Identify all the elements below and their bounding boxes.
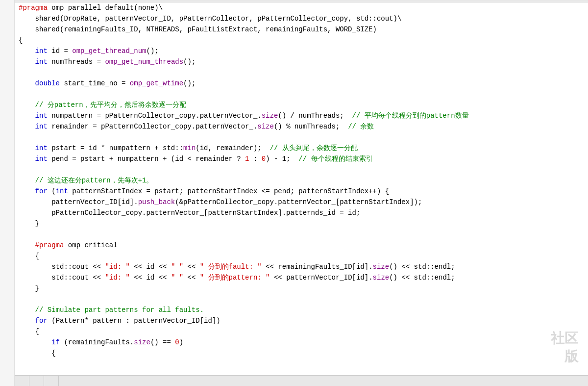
code-segment [19,121,35,132]
bottom-bar [15,375,588,386]
code-segment: ) [179,337,183,348]
code-segment: "id: " [105,272,129,283]
code-area[interactable]: #pragma omp parallel default(none)\ shar… [15,0,588,386]
code-segment: size [262,110,278,121]
code-line [15,229,588,240]
code-segment: << remainingFaults_ID[id]. [262,261,373,272]
code-segment: omp_get_wtime [130,78,183,89]
code-line: std::cout << "id: " << id << " " << " 分到… [15,261,588,272]
code-line [15,67,588,78]
code-segment: (); [183,56,196,67]
code-segment [19,186,35,197]
code-line: #pragma omp critical [15,240,588,251]
code-segment: std::cout << [19,272,105,283]
code-line: // Simulate part patterns for all faults… [15,305,588,315]
code-segment: // 分pattern，先平均分，然后将余数逐一分配 [35,100,186,110]
code-line: std::cout << "id: " << id << " " << " 分到… [15,272,588,283]
code-segment [19,143,35,154]
code-segment: min [183,143,196,154]
code-segment: . [257,110,261,121]
code-segment: patternStartIndex = pstart; patternStart… [68,186,389,197]
code-segment: (); [146,46,158,56]
code-segment [19,56,35,67]
code-segment: } [19,218,39,229]
code-segment: pPatternCollector_copy.patternVector_[pa… [19,207,360,218]
code-segment: size [134,337,150,348]
code-segment: (id, remainder); [196,143,270,154]
code-line: { [15,251,588,261]
code-segment: omp parallel default(none)\ [48,2,163,13]
code-segment: numThreads = [48,56,105,67]
code-segment: } [19,283,39,294]
code-line: { [15,348,588,359]
code-segment: if [51,337,60,348]
code-segment: (); [183,78,196,89]
code-segment: remainder = pPatternCollector_copy. [48,121,196,132]
code-segment: // 从头到尾，余数逐一分配 [270,143,358,154]
code-segment [19,154,35,164]
code-segment: 0 [175,337,179,348]
code-line: } [15,218,588,229]
code-line: int pend = pstart + numpattern + (id < r… [15,154,588,164]
code-segment: () == [150,337,175,348]
code-line: patternVector_ID[id].push_back(&pPattern… [15,197,588,207]
code-line: for (int patternStartIndex = pstart; pat… [15,186,588,197]
code-segment: // Simulate part patterns for all faults… [35,305,204,315]
code-segment: () << std::endl; [389,261,455,272]
code-segment: size [373,261,390,272]
code-segment: << id << [130,272,171,283]
code-line: #pragma omp parallel default(none)\ [15,2,588,13]
code-segment: << [183,272,200,283]
code-segment: shared(remainingFaults_ID, NTHREADS, pFa… [19,24,377,35]
code-segment: start_time_no = [60,78,130,89]
code-segment: omp critical [64,240,117,251]
code-segment: () / numThreads; [278,110,352,121]
code-segment: int [56,186,68,197]
code-segment: pstart = id * numpattern + std:: [48,143,183,154]
code-segment: // 这边还在分pattern，先每次+1。 [35,175,153,186]
editor-container: #pragma omp parallel default(none)\ shar… [0,0,588,386]
code-line: // 分pattern，先平均分，然后将余数逐一分配 [15,100,588,110]
code-segment: push_back [138,197,175,207]
code-segment: " 分到的pattern: " [200,272,270,283]
code-segment [19,337,51,348]
code-line [15,132,588,143]
code-segment: { [19,348,56,359]
code-segment: shared(DropRate, patternVector_ID, pPatt… [19,13,401,24]
code-line: if (remainingFaults.size() == 0) [15,337,588,348]
code-segment: id = [48,46,72,56]
code-segment: int [35,121,48,132]
code-segment [19,315,35,326]
code-segment: (remainingFaults. [60,337,134,348]
code-line: double start_time_no = omp_get_wtime(); [15,78,588,89]
code-segment [19,46,35,56]
code-segment: " " [171,261,183,272]
code-segment: #pragma [35,240,64,251]
code-segment: int [35,56,48,67]
code-segment: for [35,315,48,326]
code-segment: patternVector_ [196,121,253,132]
code-line: for (Pattern* pattern : patternVector_ID… [15,315,588,326]
code-segment: 1 [245,154,249,164]
code-segment: patternVector_ID[id]. [19,197,138,207]
code-segment: << [183,261,200,272]
code-segment: pend = pstart + numpattern + (id < remai… [48,154,245,164]
code-line: // 这边还在分pattern，先每次+1。 [15,175,588,186]
code-segment: int [35,110,48,121]
code-segment: ( [48,186,56,197]
code-segment: double [35,78,60,89]
code-segment [19,305,35,315]
code-segment: ) - 1; [266,154,298,164]
code-line: { [15,326,588,337]
code-line: shared(remainingFaults_ID, NTHREADS, pFa… [15,24,588,35]
code-segment: numpattern = pPatternCollector_copy. [48,110,200,121]
code-segment: size [373,272,390,283]
code-content: #pragma omp parallel default(none)\ shar… [15,2,588,359]
code-line: int id = omp_get_thread_num(); [15,46,588,56]
code-segment: int [35,143,48,154]
code-segment [19,100,35,110]
code-line: shared(DropRate, patternVector_ID, pPatt… [15,13,588,24]
code-line: } [15,283,588,294]
code-segment: int [35,46,48,56]
code-line: int remainder = pPatternCollector_copy.p… [15,121,588,132]
